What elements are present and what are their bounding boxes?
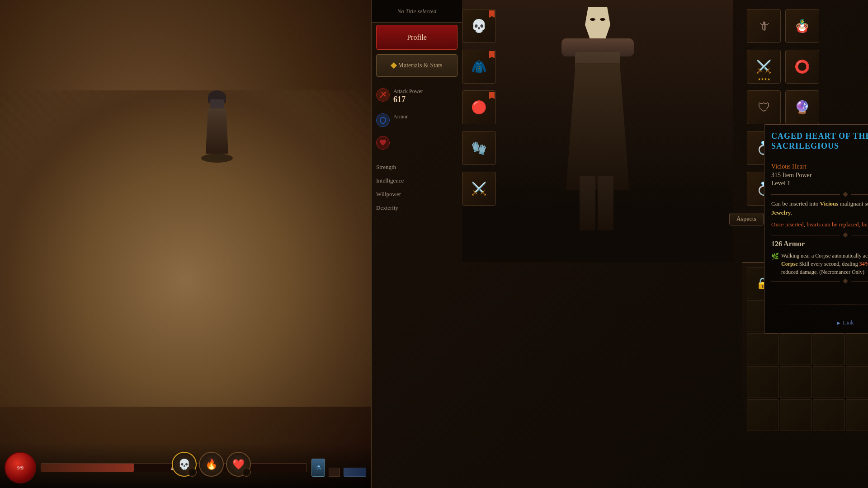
tooltip-divider-4 — [771, 305, 868, 305]
utility-area: ⚗ — [311, 459, 366, 483]
character-panel: No Title selected Profile Materials & St… — [371, 0, 868, 488]
skill-slot-1[interactable]: 💀 19 — [172, 452, 197, 477]
chest-bookmark — [489, 51, 495, 58]
inv-cell[interactable] — [747, 333, 778, 365]
sell-value: Sell Value: 1 — [771, 309, 868, 315]
skill-2-icon: 🔥 — [205, 459, 217, 470]
tooltip-divider-1 — [771, 192, 868, 197]
slot-offhand[interactable]: 🛡 — [747, 90, 781, 124]
potion-slot[interactable]: ⚗ — [311, 459, 325, 477]
slot-pants[interactable]: 🧤 — [462, 131, 496, 165]
inventory-row-4 — [747, 366, 868, 398]
slot-far-right-3[interactable]: 🔮 — [785, 90, 819, 124]
far-right-2-icon: ⭕ — [794, 59, 810, 74]
slot-gloves[interactable]: 🔴 — [462, 90, 496, 124]
gloves-icon: 🔴 — [471, 100, 487, 115]
inv-cell[interactable] — [747, 366, 778, 398]
item-name: Caged Heart of the Sacrilegious — [771, 131, 868, 151]
item-tooltip: Caged Heart of the Sacrilegious 🔥 Viciou… — [764, 124, 868, 333]
skill-1-icon: 💀 — [178, 459, 190, 470]
amulet-icon: 🗡 — [758, 19, 770, 33]
far-right-3-icon: 🔮 — [794, 100, 810, 115]
helm-bookmark — [489, 10, 495, 18]
account-bound: Account Bound — [771, 294, 868, 301]
inv-cell[interactable] — [846, 366, 868, 398]
ability-text: 🌿 Walking near a Corpse automatically ac… — [771, 252, 868, 276]
slot-far-right-2[interactable]: ⭕ — [785, 50, 819, 84]
health-orb: 9/9 — [5, 452, 36, 483]
aspects-button[interactable]: Aspects — [729, 213, 764, 225]
slot-weapon[interactable]: ⚔️ ★★★★ — [747, 50, 781, 84]
link-arrow-icon: ▶ — [837, 320, 840, 325]
skill-3-count: 12 — [242, 468, 251, 477]
inv-cell[interactable] — [846, 399, 868, 431]
chest-icon: 🧥 — [471, 59, 487, 74]
link-button[interactable]: ▶ Link — [771, 319, 868, 326]
leaf-icon: 🌿 — [771, 252, 779, 276]
tooltip-divider-2 — [771, 232, 868, 238]
skill-slot-2[interactable]: 🔥 — [199, 452, 224, 477]
inv-cell[interactable] — [780, 366, 811, 398]
weapon-stars: ★★★★ — [758, 77, 770, 81]
offhand-icon: 🛡 — [758, 100, 770, 115]
armor-value: 126 Armor — [771, 240, 868, 248]
slot-amulet[interactable]: 🗡 — [747, 9, 781, 43]
resource-bar — [344, 468, 366, 477]
item-power: 315 Item Power — [771, 172, 868, 179]
item-type: Vicious Heart — [771, 163, 868, 170]
insert-text: Can be inserted into Vicious malignant s… — [771, 199, 868, 217]
divider-diamond — [843, 192, 848, 197]
divider-diamond-2 — [843, 233, 848, 238]
hud-center: 43 💀 19 🔥 ❤️ 12 — [41, 463, 307, 483]
health-value: 9/9 — [17, 465, 24, 470]
inv-cell[interactable] — [780, 333, 811, 365]
inv-cell[interactable] — [813, 333, 844, 365]
skill-3-icon: ❤️ — [232, 459, 245, 470]
helm-icon: 💀 — [471, 19, 487, 33]
inventory-row-5 — [747, 399, 868, 431]
pants-icon: 🧤 — [471, 141, 487, 155]
far-right-1-icon: 🪆 — [794, 19, 810, 33]
slot-helm[interactable]: 💀 — [462, 9, 496, 43]
item-level: Level 1 — [771, 180, 868, 187]
skill-slot-3[interactable]: ❤️ 12 — [226, 452, 251, 477]
inv-cell[interactable] — [846, 333, 868, 365]
inv-cell[interactable] — [813, 366, 844, 398]
spacer-slot — [329, 468, 340, 477]
weapon-icon: ⚔️ — [756, 59, 772, 74]
inv-cell[interactable] — [780, 399, 811, 431]
tooltip-divider-3 — [771, 278, 868, 284]
inv-cell[interactable] — [813, 399, 844, 431]
player-character-world — [199, 90, 235, 163]
slot-boots[interactable]: ⚔️ — [462, 172, 496, 206]
game-world — [0, 0, 371, 488]
skill-bar: 💀 19 🔥 ❤️ 12 — [172, 452, 251, 477]
boots-icon: ⚔️ — [471, 181, 487, 196]
skill-1-count: 19 — [188, 468, 197, 477]
replace-warning: Once inserted, hearts can be replaced, b… — [771, 221, 868, 229]
slot-chest[interactable]: 🧥 — [462, 50, 496, 84]
tooltip-header: Caged Heart of the Sacrilegious 🔥 — [771, 131, 868, 159]
slot-far-right-1[interactable]: 🪆 — [785, 9, 819, 43]
inventory-row-3 — [747, 333, 868, 365]
exp-fill — [41, 464, 134, 472]
gloves-bookmark — [489, 92, 495, 99]
bottom-hud: 9/9 43 💀 19 🔥 ❤️ 12 ⚗ — [0, 443, 371, 488]
inv-cell[interactable] — [747, 399, 778, 431]
requires-level: Requires Level 5 — [771, 287, 868, 294]
divider-diamond-3 — [843, 279, 848, 284]
